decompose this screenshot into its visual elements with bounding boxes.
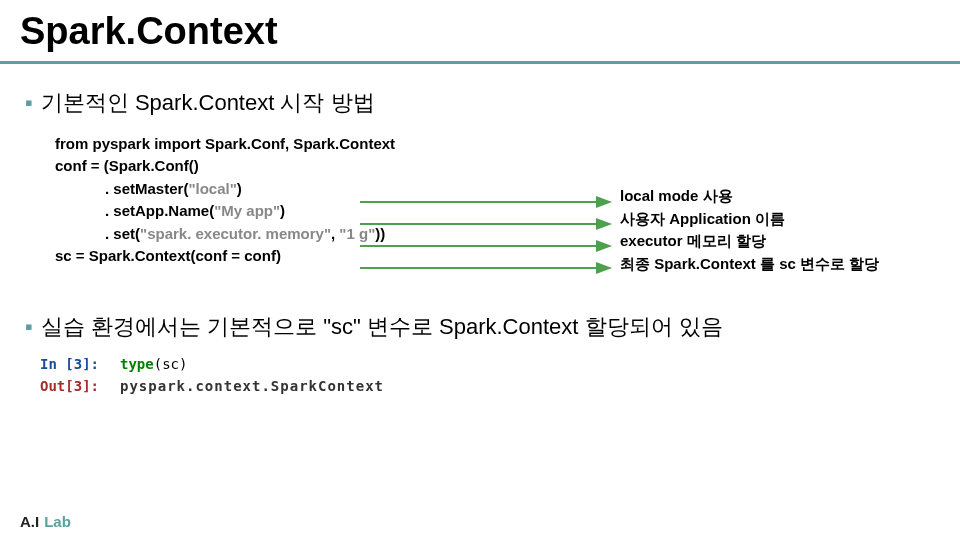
bullet-1-text: 기본적인 Spark.Context 시작 방법 [41,89,375,118]
nb-in-prompt: In [3]: [40,356,120,372]
notebook-input-row: In [3]: type(sc) [40,356,960,372]
code-line-2: conf = (Spark.Conf() [55,155,960,178]
footer-lab: Lab [44,513,71,530]
annotation-1: local mode 사용 [620,185,879,208]
footer-logo: A.I Lab [20,513,76,530]
nb-type-kw: type [120,356,154,372]
slide-title: Spark.Context [0,0,960,64]
bullet-1: ▪ 기본적인 Spark.Context 시작 방법 [0,89,960,118]
nb-out-value: pyspark.context.SparkContext [120,378,384,394]
code-line-1: from pyspark import Spark.Conf, Spark.Co… [55,133,960,156]
nb-out-prompt: Out[3]: [40,378,120,394]
annotation-4: 최종 Spark.Context 를 sc 변수로 할당 [620,253,879,276]
annotation-3: executor 메모리 할당 [620,230,879,253]
notebook-cell: In [3]: type(sc) Out[3]: pyspark.context… [40,356,960,394]
bullet-2-text: 실습 환경에서는 기본적으로 "sc" 변수로 Spark.Context 할당… [41,313,723,342]
bullet-icon: ▪ [25,313,33,342]
footer-ai: A.I [20,513,39,530]
annotation-2: 사용자 Application 이름 [620,208,879,231]
notebook-output-row: Out[3]: pyspark.context.SparkContext [40,378,960,394]
bullet-icon: ▪ [25,89,33,118]
bullet-2: ▪ 실습 환경에서는 기본적으로 "sc" 변수로 Spark.Context … [0,313,960,342]
annotations: local mode 사용 사용자 Application 이름 executo… [620,185,879,275]
